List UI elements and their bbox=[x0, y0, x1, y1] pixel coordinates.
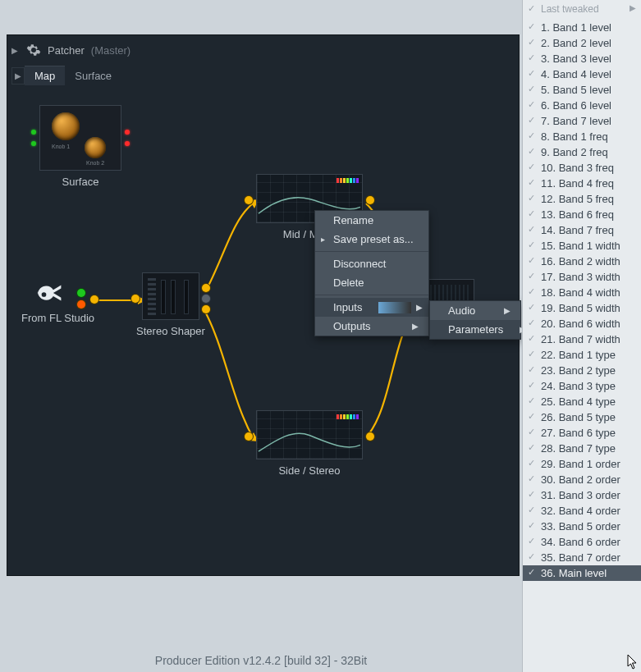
param-item[interactable]: 16. Band 2 width bbox=[523, 254, 641, 269]
param-item[interactable]: 18. Band 4 width bbox=[523, 285, 641, 300]
surface-module[interactable]: Knob 1 Knob 2 bbox=[39, 105, 121, 171]
param-item[interactable]: 7. Band 7 level bbox=[523, 113, 641, 129]
context-menu[interactable]: Rename Save preset as... Disconnect Dele… bbox=[314, 210, 429, 336]
port-output[interactable] bbox=[366, 432, 374, 441]
node-label: Stereo Shaper bbox=[131, 325, 210, 337]
port-output[interactable] bbox=[90, 295, 98, 304]
eq-module[interactable] bbox=[256, 410, 363, 459]
node-label: From FL Studio bbox=[21, 312, 94, 324]
param-item[interactable]: 20. Band 6 width bbox=[523, 316, 641, 331]
titlebar: ▶ Patcher (Master) bbox=[11, 43, 130, 57]
node-label: Side / Stereo bbox=[245, 464, 374, 477]
submenu-parameters[interactable]: Parameters▶ bbox=[430, 320, 520, 339]
port-output[interactable] bbox=[77, 300, 85, 309]
paramlist-header-last-tweaked[interactable]: ✓ ▶ Last tweaked bbox=[523, 0, 641, 20]
param-item[interactable]: 19. Band 5 width bbox=[523, 300, 641, 316]
param-item[interactable]: 33. Band 5 order bbox=[523, 519, 641, 534]
app-title: Patcher bbox=[48, 44, 85, 57]
param-item[interactable]: 36. Main level bbox=[523, 565, 641, 581]
tab-map[interactable]: Map bbox=[25, 66, 65, 85]
context-submenu-inputs[interactable]: Audio▶ Parameters▶ bbox=[429, 300, 521, 340]
param-item[interactable]: 8. Band 1 freq bbox=[523, 129, 641, 144]
param-item[interactable]: 24. Band 3 type bbox=[523, 378, 641, 394]
node-label: Surface bbox=[31, 176, 130, 188]
menu-separator bbox=[315, 295, 428, 295]
param-item[interactable]: 6. Band 6 level bbox=[523, 98, 641, 113]
chevron-right-icon: ▶ bbox=[416, 303, 423, 312]
port-output[interactable] bbox=[77, 289, 85, 297]
menu-outputs[interactable]: Outputs▶ bbox=[315, 317, 428, 336]
port-output[interactable] bbox=[202, 284, 210, 292]
param-item[interactable]: 12. Band 5 freq bbox=[523, 191, 641, 207]
node-surface[interactable]: Knob 1 Knob 2 Surface bbox=[31, 105, 130, 188]
param-item[interactable]: 27. Band 6 type bbox=[523, 425, 641, 441]
param-item[interactable]: 32. Band 4 order bbox=[523, 503, 641, 519]
param-item[interactable]: 14. Band 7 freq bbox=[523, 222, 641, 238]
param-item[interactable]: 10. Band 3 freq bbox=[523, 160, 641, 176]
menu-save-preset[interactable]: Save preset as... bbox=[315, 230, 428, 249]
param-item[interactable]: 15. Band 1 width bbox=[523, 238, 641, 254]
knob-1-label: Knob 1 bbox=[52, 144, 70, 149]
parameters-flyout[interactable]: ✓ ▶ Last tweaked 1. Band 1 level2. Band … bbox=[522, 0, 641, 672]
led-icon bbox=[31, 141, 36, 146]
param-item[interactable]: 17. Band 3 width bbox=[523, 269, 641, 285]
param-item[interactable]: 2. Band 2 level bbox=[523, 35, 641, 51]
param-item[interactable]: 9. Band 2 freq bbox=[523, 144, 641, 160]
port-output[interactable] bbox=[202, 295, 210, 303]
menu-delete[interactable]: Delete bbox=[315, 273, 428, 292]
port-output[interactable] bbox=[366, 196, 374, 204]
menu-thumb-icon bbox=[378, 302, 411, 313]
app-root: ▶ Patcher (Master) ▶ Map Surface Audio P… bbox=[0, 0, 641, 672]
knob-icon[interactable] bbox=[52, 112, 80, 140]
param-item[interactable]: 26. Band 5 type bbox=[523, 409, 641, 425]
app-context: (Master) bbox=[91, 44, 130, 57]
chevron-right-icon: ▶ bbox=[412, 322, 419, 331]
port-output[interactable] bbox=[202, 305, 210, 313]
fl-studio-icon bbox=[33, 279, 66, 307]
menu-disconnect[interactable]: Disconnect bbox=[315, 254, 428, 273]
led-icon bbox=[125, 141, 130, 146]
param-item[interactable]: 28. Band 7 type bbox=[523, 441, 641, 456]
collapse-triangle-icon[interactable]: ▶ bbox=[11, 46, 18, 55]
param-item[interactable]: 22. Band 1 type bbox=[523, 347, 641, 363]
gear-icon[interactable] bbox=[26, 43, 41, 57]
param-item[interactable]: 21. Band 7 width bbox=[523, 331, 641, 347]
stereo-shaper-module[interactable] bbox=[142, 272, 199, 320]
param-item[interactable]: 34. Band 6 order bbox=[523, 534, 641, 550]
led-icon bbox=[125, 130, 130, 135]
param-item[interactable]: 13. Band 6 freq bbox=[523, 207, 641, 222]
knob-2-label: Knob 2 bbox=[86, 160, 104, 166]
param-item[interactable]: 29. Band 1 order bbox=[523, 456, 641, 472]
param-item[interactable]: 30. Band 2 order bbox=[523, 472, 641, 487]
node-side-stereo[interactable]: Side / Stereo bbox=[245, 410, 374, 477]
node-from-fl-studio[interactable]: From FL Studio bbox=[33, 279, 94, 324]
tab-surface[interactable]: Surface bbox=[65, 66, 121, 85]
param-item[interactable]: 5. Band 5 level bbox=[523, 82, 641, 98]
port-input[interactable] bbox=[245, 432, 253, 441]
port-input[interactable] bbox=[245, 196, 253, 204]
submenu-audio[interactable]: Audio▶ bbox=[430, 301, 520, 320]
led-icon bbox=[31, 130, 36, 135]
param-item[interactable]: 31. Band 3 order bbox=[523, 487, 641, 503]
menu-rename[interactable]: Rename bbox=[315, 211, 428, 230]
tabbar: ▶ Map Surface bbox=[11, 66, 121, 85]
param-item[interactable]: 4. Band 4 level bbox=[523, 66, 641, 82]
node-stereo-shaper[interactable]: Stereo Shaper bbox=[131, 272, 210, 337]
knob-icon[interactable] bbox=[85, 137, 106, 158]
chevron-right-icon: ▶ bbox=[504, 306, 511, 315]
menu-separator bbox=[315, 251, 428, 252]
param-item[interactable]: 11. Band 4 freq bbox=[523, 176, 641, 191]
port-input[interactable] bbox=[131, 295, 140, 303]
svg-point-5 bbox=[42, 292, 47, 297]
chevron-right-icon: ▶ bbox=[630, 3, 636, 12]
tab-menu-icon[interactable]: ▶ bbox=[11, 67, 25, 85]
patcher-canvas[interactable]: Knob 1 Knob 2 Surface From FL Studio bbox=[7, 89, 520, 576]
param-item[interactable]: 1. Band 1 level bbox=[523, 20, 641, 35]
param-item[interactable]: 23. Band 2 type bbox=[523, 363, 641, 378]
menu-inputs[interactable]: Inputs ▶ bbox=[315, 298, 428, 317]
footer-version: Producer Edition v12.4.2 [build 32] - 32… bbox=[0, 649, 522, 672]
param-item[interactable]: 3. Band 3 level bbox=[523, 51, 641, 66]
param-item[interactable]: 25. Band 4 type bbox=[523, 394, 641, 409]
param-item[interactable]: 35. Band 7 order bbox=[523, 550, 641, 565]
